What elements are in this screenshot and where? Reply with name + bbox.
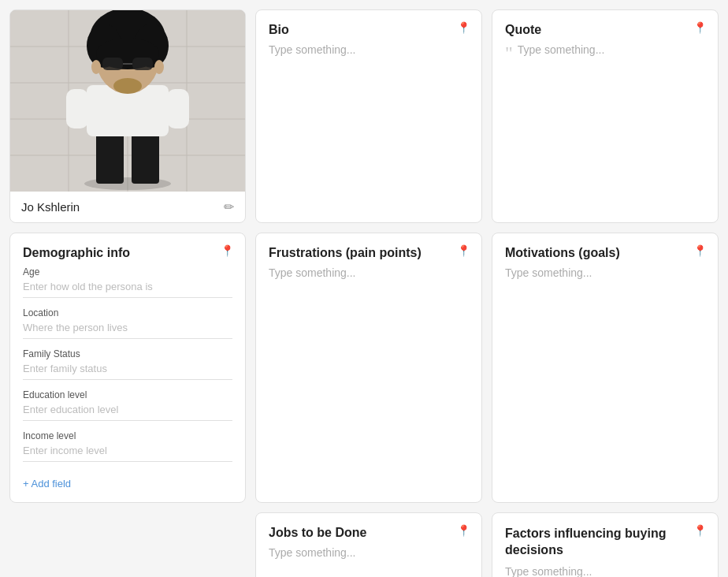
profile-image (10, 10, 245, 192)
demographic-title: Demographic info (23, 246, 232, 260)
bio-placeholder[interactable]: Type something... (269, 43, 469, 56)
pin-icon-factors[interactable]: 📍 (693, 524, 707, 537)
location-input[interactable]: Where the person lives (23, 322, 232, 339)
svg-rect-22 (132, 58, 153, 70)
age-input[interactable]: Enter how old the persona is (23, 281, 232, 298)
age-label: Age (23, 266, 232, 277)
add-field-button[interactable]: + Add field (23, 478, 71, 490)
svg-rect-21 (102, 58, 123, 70)
family-status-field: Family Status Enter family status (23, 348, 232, 380)
pin-icon[interactable]: 📍 (457, 21, 470, 34)
income-field: Income level Enter income level (23, 430, 232, 462)
motivations-title: Motivations (goals) (505, 246, 705, 260)
jobs-card: 📍 Jobs to be Done Type something... (255, 512, 482, 577)
bio-card: 📍 Bio Type something... (255, 9, 482, 223)
pin-icon-frustrations[interactable]: 📍 (457, 244, 470, 257)
svg-rect-14 (167, 89, 189, 128)
svg-rect-13 (66, 89, 88, 128)
factors-placeholder[interactable]: Type something... (505, 565, 705, 577)
pin-icon-quote[interactable]: 📍 (693, 21, 707, 34)
quote-marks: " (505, 43, 513, 62)
profile-name: Jo Kshlerin (21, 200, 80, 214)
bio-title: Bio (269, 23, 469, 37)
frustrations-title: Frustrations (pain points) (269, 246, 469, 260)
income-label: Income level (23, 430, 232, 441)
demographic-card: 📍 Demographic info Age Enter how old the… (9, 233, 246, 503)
education-label: Education level (23, 389, 232, 400)
factors-title: Factors influencing buying decisions (505, 526, 705, 559)
education-field: Education level Enter education level (23, 389, 232, 421)
income-input[interactable]: Enter income level (23, 445, 232, 462)
frustrations-card: 📍 Frustrations (pain points) Type someth… (255, 233, 482, 503)
quote-content: " Type something... (505, 43, 705, 62)
jobs-placeholder[interactable]: Type something... (269, 546, 469, 559)
profile-footer: Jo Kshlerin ✏ (10, 192, 245, 222)
factors-card: 📍 Factors influencing buying decisions T… (492, 512, 719, 577)
family-status-label: Family Status (23, 348, 232, 359)
jobs-title: Jobs to be Done (269, 526, 469, 540)
quote-title: Quote (505, 23, 705, 37)
education-input[interactable]: Enter education level (23, 404, 232, 421)
quote-placeholder[interactable]: Type something... (518, 43, 605, 56)
profile-card: Jo Kshlerin ✏ (9, 9, 246, 223)
location-label: Location (23, 307, 232, 318)
svg-point-24 (113, 78, 142, 94)
svg-point-25 (91, 60, 101, 74)
motivations-card: 📍 Motivations (goals) Type something... (492, 233, 719, 503)
pin-icon-motivations[interactable]: 📍 (693, 244, 707, 257)
pin-icon-jobs[interactable]: 📍 (457, 524, 470, 537)
age-field: Age Enter how old the persona is (23, 266, 232, 298)
pin-icon-demo[interactable]: 📍 (221, 244, 234, 257)
edit-icon[interactable]: ✏ (224, 199, 234, 214)
frustrations-placeholder[interactable]: Type something... (269, 266, 469, 279)
svg-point-26 (154, 60, 164, 74)
quote-card: 📍 Quote " Type something... (492, 9, 719, 223)
family-status-input[interactable]: Enter family status (23, 363, 232, 380)
motivations-placeholder[interactable]: Type something... (505, 266, 705, 279)
location-field: Location Where the person lives (23, 307, 232, 339)
